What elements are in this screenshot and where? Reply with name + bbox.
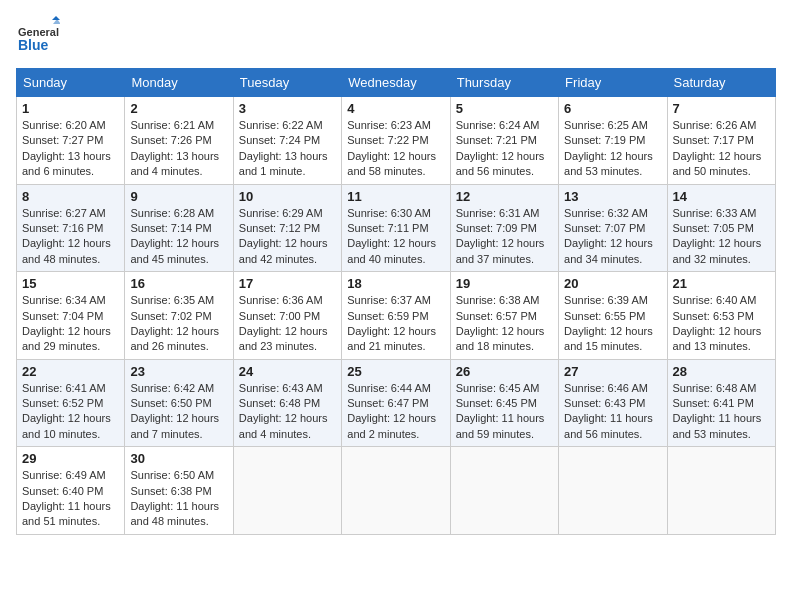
day-number: 20 [564, 276, 661, 291]
day-number: 5 [456, 101, 553, 116]
day-detail: Sunrise: 6:40 AMSunset: 6:53 PMDaylight:… [673, 293, 770, 355]
calendar-cell: 9 Sunrise: 6:28 AMSunset: 7:14 PMDayligh… [125, 184, 233, 272]
day-detail: Sunrise: 6:37 AMSunset: 6:59 PMDaylight:… [347, 293, 444, 355]
day-detail: Sunrise: 6:46 AMSunset: 6:43 PMDaylight:… [564, 381, 661, 443]
day-detail: Sunrise: 6:34 AMSunset: 7:04 PMDaylight:… [22, 293, 119, 355]
day-detail: Sunrise: 6:26 AMSunset: 7:17 PMDaylight:… [673, 118, 770, 180]
calendar-cell: 23 Sunrise: 6:42 AMSunset: 6:50 PMDaylig… [125, 359, 233, 447]
day-detail: Sunrise: 6:21 AMSunset: 7:26 PMDaylight:… [130, 118, 227, 180]
calendar-cell: 30 Sunrise: 6:50 AMSunset: 6:38 PMDaylig… [125, 447, 233, 535]
day-number: 28 [673, 364, 770, 379]
day-number: 8 [22, 189, 119, 204]
logo-icon: General Blue [16, 16, 60, 60]
calendar-cell [450, 447, 558, 535]
logo: General Blue [16, 16, 60, 60]
day-number: 21 [673, 276, 770, 291]
day-number: 30 [130, 451, 227, 466]
day-number: 11 [347, 189, 444, 204]
day-detail: Sunrise: 6:42 AMSunset: 6:50 PMDaylight:… [130, 381, 227, 443]
day-detail: Sunrise: 6:32 AMSunset: 7:07 PMDaylight:… [564, 206, 661, 268]
day-number: 18 [347, 276, 444, 291]
day-detail: Sunrise: 6:38 AMSunset: 6:57 PMDaylight:… [456, 293, 553, 355]
day-number: 22 [22, 364, 119, 379]
day-number: 23 [130, 364, 227, 379]
calendar-row-1: 8 Sunrise: 6:27 AMSunset: 7:16 PMDayligh… [17, 184, 776, 272]
day-detail: Sunrise: 6:36 AMSunset: 7:00 PMDaylight:… [239, 293, 336, 355]
calendar-cell: 20 Sunrise: 6:39 AMSunset: 6:55 PMDaylig… [559, 272, 667, 360]
calendar-row-2: 15 Sunrise: 6:34 AMSunset: 7:04 PMDaylig… [17, 272, 776, 360]
calendar: SundayMondayTuesdayWednesdayThursdayFrid… [16, 68, 776, 535]
calendar-cell: 12 Sunrise: 6:31 AMSunset: 7:09 PMDaylig… [450, 184, 558, 272]
calendar-cell: 25 Sunrise: 6:44 AMSunset: 6:47 PMDaylig… [342, 359, 450, 447]
day-number: 4 [347, 101, 444, 116]
day-detail: Sunrise: 6:44 AMSunset: 6:47 PMDaylight:… [347, 381, 444, 443]
calendar-cell: 24 Sunrise: 6:43 AMSunset: 6:48 PMDaylig… [233, 359, 341, 447]
svg-text:Blue: Blue [18, 37, 49, 53]
calendar-row-4: 29 Sunrise: 6:49 AMSunset: 6:40 PMDaylig… [17, 447, 776, 535]
day-detail: Sunrise: 6:39 AMSunset: 6:55 PMDaylight:… [564, 293, 661, 355]
calendar-cell: 1 Sunrise: 6:20 AMSunset: 7:27 PMDayligh… [17, 97, 125, 185]
calendar-cell: 7 Sunrise: 6:26 AMSunset: 7:17 PMDayligh… [667, 97, 775, 185]
day-number: 1 [22, 101, 119, 116]
day-detail: Sunrise: 6:25 AMSunset: 7:19 PMDaylight:… [564, 118, 661, 180]
calendar-header-monday: Monday [125, 69, 233, 97]
calendar-cell: 21 Sunrise: 6:40 AMSunset: 6:53 PMDaylig… [667, 272, 775, 360]
calendar-cell: 10 Sunrise: 6:29 AMSunset: 7:12 PMDaylig… [233, 184, 341, 272]
day-detail: Sunrise: 6:49 AMSunset: 6:40 PMDaylight:… [22, 468, 119, 530]
calendar-cell [233, 447, 341, 535]
calendar-header-wednesday: Wednesday [342, 69, 450, 97]
day-detail: Sunrise: 6:24 AMSunset: 7:21 PMDaylight:… [456, 118, 553, 180]
calendar-cell: 13 Sunrise: 6:32 AMSunset: 7:07 PMDaylig… [559, 184, 667, 272]
day-number: 9 [130, 189, 227, 204]
day-number: 25 [347, 364, 444, 379]
calendar-cell: 29 Sunrise: 6:49 AMSunset: 6:40 PMDaylig… [17, 447, 125, 535]
day-number: 26 [456, 364, 553, 379]
day-number: 7 [673, 101, 770, 116]
calendar-header-tuesday: Tuesday [233, 69, 341, 97]
svg-marker-2 [52, 16, 60, 20]
calendar-header-saturday: Saturday [667, 69, 775, 97]
day-detail: Sunrise: 6:33 AMSunset: 7:05 PMDaylight:… [673, 206, 770, 268]
day-number: 14 [673, 189, 770, 204]
calendar-cell: 2 Sunrise: 6:21 AMSunset: 7:26 PMDayligh… [125, 97, 233, 185]
day-detail: Sunrise: 6:43 AMSunset: 6:48 PMDaylight:… [239, 381, 336, 443]
day-number: 19 [456, 276, 553, 291]
calendar-cell: 27 Sunrise: 6:46 AMSunset: 6:43 PMDaylig… [559, 359, 667, 447]
day-number: 15 [22, 276, 119, 291]
calendar-cell: 5 Sunrise: 6:24 AMSunset: 7:21 PMDayligh… [450, 97, 558, 185]
day-detail: Sunrise: 6:23 AMSunset: 7:22 PMDaylight:… [347, 118, 444, 180]
day-detail: Sunrise: 6:29 AMSunset: 7:12 PMDaylight:… [239, 206, 336, 268]
day-detail: Sunrise: 6:22 AMSunset: 7:24 PMDaylight:… [239, 118, 336, 180]
calendar-cell: 16 Sunrise: 6:35 AMSunset: 7:02 PMDaylig… [125, 272, 233, 360]
day-detail: Sunrise: 6:27 AMSunset: 7:16 PMDaylight:… [22, 206, 119, 268]
calendar-cell [559, 447, 667, 535]
day-detail: Sunrise: 6:48 AMSunset: 6:41 PMDaylight:… [673, 381, 770, 443]
calendar-cell: 22 Sunrise: 6:41 AMSunset: 6:52 PMDaylig… [17, 359, 125, 447]
calendar-header-friday: Friday [559, 69, 667, 97]
calendar-cell: 26 Sunrise: 6:45 AMSunset: 6:45 PMDaylig… [450, 359, 558, 447]
day-detail: Sunrise: 6:31 AMSunset: 7:09 PMDaylight:… [456, 206, 553, 268]
day-number: 17 [239, 276, 336, 291]
calendar-cell [667, 447, 775, 535]
day-detail: Sunrise: 6:20 AMSunset: 7:27 PMDaylight:… [22, 118, 119, 180]
calendar-cell: 17 Sunrise: 6:36 AMSunset: 7:00 PMDaylig… [233, 272, 341, 360]
calendar-cell: 18 Sunrise: 6:37 AMSunset: 6:59 PMDaylig… [342, 272, 450, 360]
calendar-cell: 15 Sunrise: 6:34 AMSunset: 7:04 PMDaylig… [17, 272, 125, 360]
calendar-cell: 3 Sunrise: 6:22 AMSunset: 7:24 PMDayligh… [233, 97, 341, 185]
day-number: 13 [564, 189, 661, 204]
day-detail: Sunrise: 6:45 AMSunset: 6:45 PMDaylight:… [456, 381, 553, 443]
day-detail: Sunrise: 6:41 AMSunset: 6:52 PMDaylight:… [22, 381, 119, 443]
day-number: 16 [130, 276, 227, 291]
day-number: 24 [239, 364, 336, 379]
day-number: 29 [22, 451, 119, 466]
calendar-cell: 8 Sunrise: 6:27 AMSunset: 7:16 PMDayligh… [17, 184, 125, 272]
day-number: 6 [564, 101, 661, 116]
calendar-cell: 11 Sunrise: 6:30 AMSunset: 7:11 PMDaylig… [342, 184, 450, 272]
calendar-cell: 28 Sunrise: 6:48 AMSunset: 6:41 PMDaylig… [667, 359, 775, 447]
day-number: 2 [130, 101, 227, 116]
calendar-header-row: SundayMondayTuesdayWednesdayThursdayFrid… [17, 69, 776, 97]
day-number: 12 [456, 189, 553, 204]
day-detail: Sunrise: 6:35 AMSunset: 7:02 PMDaylight:… [130, 293, 227, 355]
calendar-row-0: 1 Sunrise: 6:20 AMSunset: 7:27 PMDayligh… [17, 97, 776, 185]
calendar-cell: 4 Sunrise: 6:23 AMSunset: 7:22 PMDayligh… [342, 97, 450, 185]
